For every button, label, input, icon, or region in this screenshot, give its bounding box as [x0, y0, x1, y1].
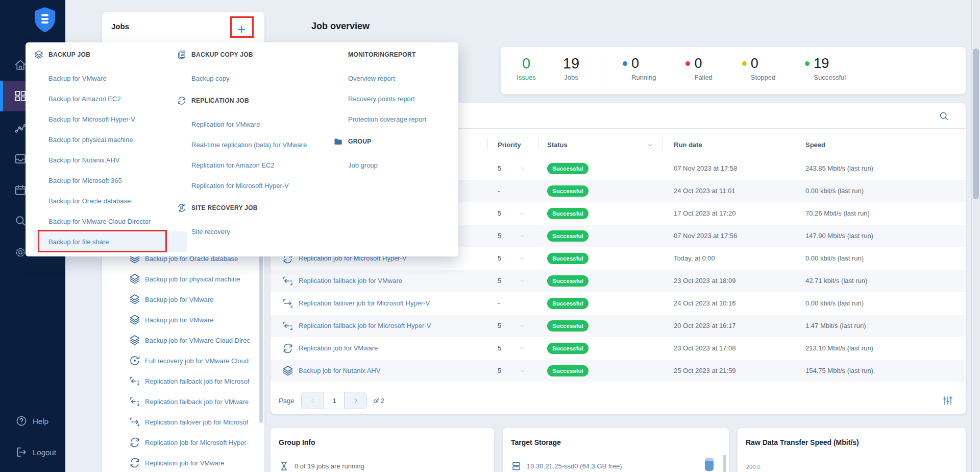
status-badge: Successful: [547, 275, 589, 287]
menu-item-recovery-points-report[interactable]: Recovery points report: [333, 88, 451, 109]
jobs-panel-item[interactable]: Replication job for Microsoft Hyper-: [102, 432, 264, 453]
next-page-button[interactable]: [345, 392, 366, 409]
job-name-link[interactable]: Replication job for VMware: [145, 459, 257, 467]
job-name-link[interactable]: Backup job for physical machine: [145, 275, 257, 283]
jobs-panel-item[interactable]: Backup job for VMware: [102, 310, 264, 330]
column-header-run-date[interactable]: Run date: [674, 141, 702, 149]
window-scrollbar-thumb[interactable]: [973, 49, 979, 199]
column-header-status[interactable]: Status: [547, 141, 568, 149]
menu-item-real-time-replication-beta-for-vmware[interactable]: Real-time replication (beta) for VMware: [177, 134, 325, 155]
jobs-panel-item[interactable]: Replication failover job for Microsof: [102, 412, 264, 432]
priority-chevron-down-icon[interactable]: [519, 165, 526, 172]
column-header-speed[interactable]: Speed: [805, 141, 825, 149]
job-name-link[interactable]: Replication failover job for Microsoft H…: [299, 299, 430, 307]
menu-item-backup-for-oracle-database[interactable]: Backup for Oracle database: [34, 191, 187, 211]
stat-label: Failed: [694, 74, 712, 81]
full-recovery-job-icon: [129, 355, 141, 367]
table-row[interactable]: Replication failback job for VMware5Succ…: [271, 270, 966, 292]
failed-status-dot: [685, 61, 690, 66]
priority-chevron-down-icon[interactable]: [519, 367, 526, 374]
job-name-link[interactable]: Backup job for VMware: [145, 296, 257, 303]
menu-item-protection-coverage-report[interactable]: Protection coverage report: [333, 109, 451, 129]
priority-chevron-down-icon[interactable]: [519, 277, 526, 285]
logout-button[interactable]: Logout: [0, 442, 65, 462]
jobs-panel-item[interactable]: Replication job for VMware: [102, 453, 264, 472]
failback-job-icon: [129, 375, 141, 387]
window-scrollbar-track[interactable]: [971, 0, 980, 472]
menu-item-replication-for-microsoft-hyper-v[interactable]: Replication for Microsoft Hyper-V: [177, 175, 325, 196]
menu-section-monitoringreport: MONITORINGREPORT: [333, 44, 451, 65]
menu-item-job-group[interactable]: Job group: [333, 155, 451, 175]
menu-item-label: Job group: [348, 161, 378, 169]
help-button[interactable]: Help: [0, 411, 65, 431]
job-name-link[interactable]: Full recovery job for VMware Cloud: [145, 357, 257, 365]
group-icon: [333, 136, 344, 147]
menu-section-label: MONITORINGREPORT: [348, 51, 416, 58]
table-row[interactable]: Replication failback job for Microsoft H…: [271, 315, 966, 337]
priority-chevron-down-icon[interactable]: [519, 232, 526, 240]
jobs-panel-scrollbar[interactable]: [259, 249, 263, 423]
table-row[interactable]: Replication job for VMware5Successful23 …: [271, 337, 966, 360]
menu-item-backup-for-microsoft-365[interactable]: Backup for Microsoft 365: [34, 170, 187, 191]
priority-chevron-down-icon[interactable]: [519, 345, 526, 352]
job-name-link[interactable]: Replication failover job for Microsof: [145, 418, 257, 426]
menu-item-backup-for-amazon-ec2[interactable]: Backup for Amazon EC2: [34, 88, 187, 109]
job-name-link[interactable]: Replication failback job for VMware: [145, 398, 257, 406]
page-number-input[interactable]: [324, 392, 345, 409]
menu-item-backup-for-microsoft-hyper-v[interactable]: Backup for Microsoft Hyper-V: [34, 109, 187, 129]
stopped-status-dot: [742, 61, 747, 66]
column-header-priority[interactable]: Priority: [498, 141, 521, 149]
group-info-title: Group Info: [279, 438, 315, 446]
add-job-button[interactable]: +: [232, 20, 251, 38]
failback-job-icon: [282, 275, 294, 287]
priority-chevron-down-icon[interactable]: [519, 322, 526, 329]
menu-item-replication-for-vmware[interactable]: Replication for VMware: [177, 114, 325, 134]
job-name-link[interactable]: Backup job for VMware: [145, 316, 257, 324]
jobs-panel-item[interactable]: Replication failback job for VMware: [102, 391, 264, 412]
speed-value: 0.00 kbit/s (last run): [805, 187, 864, 195]
menu-item-backup-for-physical-machine[interactable]: Backup for physical machine: [34, 129, 187, 150]
menu-item-site-recovery[interactable]: Site recovery: [177, 221, 325, 242]
group-info-text: 0 of 19 jobs are running: [295, 462, 364, 470]
menu-item-backup-copy[interactable]: Backup copy: [177, 68, 325, 88]
job-name-link[interactable]: Replication failback job for Microsoft H…: [299, 322, 431, 329]
job-name-link[interactable]: Replication failback job for Microsof: [145, 377, 257, 385]
run-date-value: 07 Nov 2023 at 17:56: [674, 232, 737, 240]
jobs-panel-item[interactable]: Full recovery job for VMware Cloud: [102, 350, 264, 371]
menu-item-backup-for-nutanix-ahv[interactable]: Backup for Nutanix AHV: [34, 150, 187, 170]
menu-item-overview-report[interactable]: Overview report: [333, 68, 451, 88]
storage-item-link[interactable]: 10.30.21.25-ssd0 (64.3 GB free): [527, 462, 622, 470]
stat-jobs-label: Jobs: [564, 74, 578, 81]
jobs-panel-item[interactable]: Replication failback job for Microsof: [102, 371, 264, 391]
menu-item-backup-for-file-share[interactable]: Backup for file share: [34, 231, 187, 252]
job-name-link[interactable]: Replication job for Microsoft Hyper-: [145, 439, 257, 446]
jobs-panel-item[interactable]: Backup job for physical machine: [102, 269, 264, 289]
filter-icon[interactable]: [942, 395, 953, 406]
job-name-link[interactable]: Replication job for VMware: [299, 344, 378, 352]
job-summary-card: 0 Issues 19 Jobs 0Running0Failed0Stopped…: [501, 47, 966, 94]
stat-running: 0Running: [623, 54, 656, 81]
status-filter-chevron-down-icon[interactable]: [646, 141, 654, 149]
priority-chevron-down-icon[interactable]: [519, 255, 526, 262]
priority-chevron-down-icon[interactable]: [519, 210, 526, 217]
storage-panel-scrollbar[interactable]: [723, 455, 726, 472]
status-badge: Successful: [547, 320, 589, 332]
menu-item-replication-for-amazon-ec2[interactable]: Replication for Amazon EC2: [177, 155, 325, 175]
priority-value: 5: [498, 277, 501, 285]
menu-item-backup-for-vmware[interactable]: Backup for VMware: [34, 68, 187, 88]
failover-job-icon: [129, 416, 141, 428]
priority-value: -: [498, 299, 500, 307]
menu-item-label: Backup for Nutanix AHV: [48, 156, 119, 164]
table-row[interactable]: Backup job for Nutanix AHV5Successful25 …: [271, 360, 966, 382]
menu-item-backup-for-vmware-cloud-director[interactable]: Backup for VMware Cloud Director: [34, 211, 187, 231]
job-name-link[interactable]: Backup job for VMware Cloud Direc: [145, 337, 257, 344]
table-row[interactable]: Replication failover job for Microsoft H…: [271, 292, 966, 315]
job-name-link[interactable]: Replication failback job for VMware: [299, 277, 402, 285]
job-name-link[interactable]: Backup job for Nutanix AHV: [299, 367, 380, 374]
menu-section-label: GROUP: [348, 138, 372, 145]
jobs-panel-item[interactable]: Backup job for VMware Cloud Direc: [102, 330, 264, 350]
search-icon[interactable]: [938, 110, 949, 122]
jobs-panel-item[interactable]: Backup job for VMware: [102, 289, 264, 310]
menu-section-group: GROUP: [333, 131, 451, 152]
previous-page-button[interactable]: [302, 392, 324, 409]
